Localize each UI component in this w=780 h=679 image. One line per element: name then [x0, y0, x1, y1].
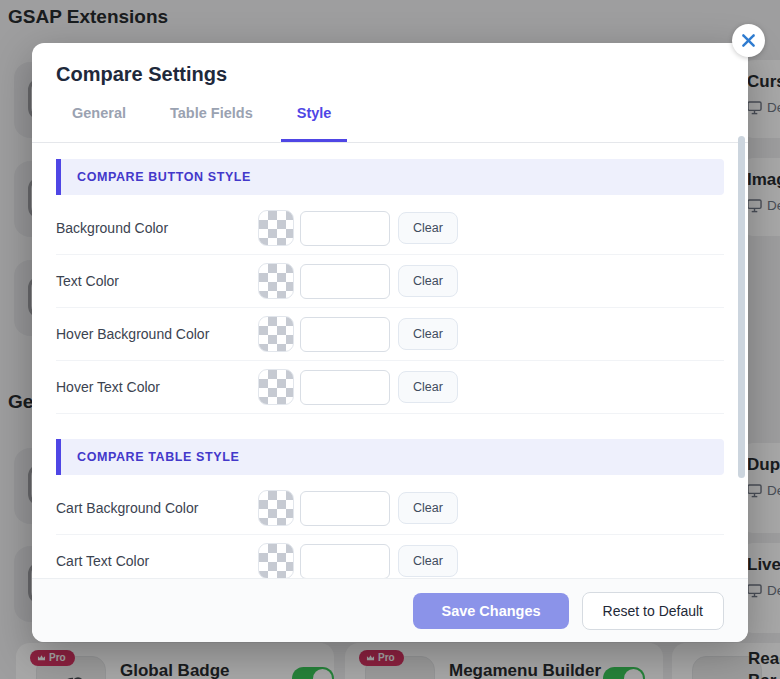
- color-swatch-button[interactable]: [258, 210, 294, 246]
- clear-button[interactable]: Clear: [398, 212, 458, 244]
- field-label: Background Color: [56, 220, 258, 236]
- modal-title: Compare Settings: [32, 43, 748, 86]
- settings-tabs: General Table Fields Style: [32, 103, 748, 143]
- clear-button[interactable]: Clear: [398, 545, 458, 577]
- field-row-hover-background-color: Hover Background Color Clear: [56, 308, 724, 361]
- tab-style[interactable]: Style: [281, 103, 348, 142]
- field-label: Hover Text Color: [56, 379, 258, 395]
- color-swatch-button[interactable]: [258, 543, 294, 579]
- color-swatch-button[interactable]: [258, 316, 294, 352]
- section-compare-table-style: COMPARE TABLE STYLE: [56, 439, 724, 475]
- color-value-input[interactable]: [300, 491, 390, 526]
- reset-to-default-button[interactable]: Reset to Default: [582, 592, 724, 630]
- clear-button[interactable]: Clear: [398, 265, 458, 297]
- color-swatch-button[interactable]: [258, 263, 294, 299]
- clear-button[interactable]: Clear: [398, 492, 458, 524]
- field-label: Cart Background Color: [56, 500, 258, 516]
- field-label: Hover Background Color: [56, 326, 258, 342]
- color-value-input[interactable]: [300, 544, 390, 579]
- field-label: Text Color: [56, 273, 258, 289]
- field-row-text-color: Text Color Clear: [56, 255, 724, 308]
- field-row-hover-text-color: Hover Text Color Clear: [56, 361, 724, 414]
- save-changes-button[interactable]: Save Changes: [413, 593, 568, 629]
- color-swatch-button[interactable]: [258, 490, 294, 526]
- tab-general[interactable]: General: [56, 103, 142, 142]
- field-row-background-color: Background Color Clear: [56, 202, 724, 255]
- modal-body: COMPARE BUTTON STYLE Background Color Cl…: [32, 143, 748, 588]
- color-value-input[interactable]: [300, 370, 390, 405]
- color-value-input[interactable]: [300, 317, 390, 352]
- close-icon: [741, 33, 756, 48]
- color-swatch-button[interactable]: [258, 369, 294, 405]
- scrollbar-thumb[interactable]: [738, 136, 745, 478]
- clear-button[interactable]: Clear: [398, 371, 458, 403]
- color-value-input[interactable]: [300, 264, 390, 299]
- color-value-input[interactable]: [300, 211, 390, 246]
- field-label: Cart Text Color: [56, 553, 258, 569]
- clear-button[interactable]: Clear: [398, 318, 458, 350]
- close-button[interactable]: [732, 24, 765, 57]
- tab-table-fields[interactable]: Table Fields: [154, 103, 269, 142]
- modal-footer: Save Changes Reset to Default: [32, 578, 748, 642]
- section-compare-button-style: COMPARE BUTTON STYLE: [56, 159, 724, 195]
- compare-settings-modal: Compare Settings General Table Fields St…: [32, 43, 748, 642]
- field-row-cart-background-color: Cart Background Color Clear: [56, 482, 724, 535]
